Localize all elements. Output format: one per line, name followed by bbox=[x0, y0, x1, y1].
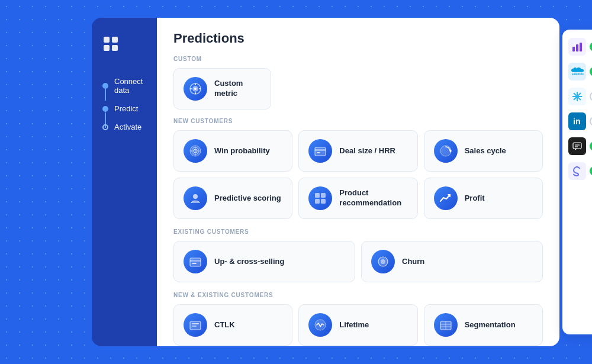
main-content: Predictions CUSTOM bbox=[157, 18, 559, 346]
card-profit[interactable]: Profit bbox=[424, 178, 543, 219]
card-deal-size[interactable]: Deal size / HRR bbox=[298, 130, 417, 172]
svg-rect-25 bbox=[321, 199, 326, 204]
card-lifetime[interactable]: Lifetime bbox=[298, 304, 417, 346]
toggle-stripe[interactable] bbox=[590, 166, 592, 176]
section-label-custom: CUSTOM bbox=[173, 56, 543, 62]
svg-rect-40 bbox=[580, 43, 582, 51]
svg-text:salesforce: salesforce bbox=[572, 72, 584, 76]
svg-point-6 bbox=[194, 88, 197, 90]
card-ctlk[interactable]: CTLK bbox=[173, 304, 292, 346]
integration-row-linkedin: in bbox=[568, 112, 592, 130]
icon-product-recommendation bbox=[308, 186, 332, 210]
card-segmentation[interactable]: Segmentation bbox=[424, 304, 543, 346]
label-win-probability: Win probability bbox=[214, 146, 270, 156]
step-dot-predict bbox=[102, 106, 108, 112]
label-deal-size: Deal size / HRR bbox=[339, 146, 395, 156]
step-label-connect: Connect data bbox=[114, 77, 146, 95]
toggle-intercom[interactable] bbox=[590, 141, 592, 151]
sidebar: Connect data Predict Activate bbox=[92, 18, 157, 346]
icon-lifetime bbox=[308, 313, 332, 337]
logo bbox=[102, 36, 146, 54]
svg-rect-27 bbox=[190, 260, 201, 262]
svg-rect-3 bbox=[112, 45, 118, 51]
integration-logo-stripe bbox=[568, 162, 586, 180]
svg-rect-48 bbox=[573, 143, 581, 149]
svg-rect-26 bbox=[190, 258, 201, 266]
svg-rect-2 bbox=[104, 45, 110, 51]
svg-rect-24 bbox=[315, 199, 320, 204]
label-lifetime: Lifetime bbox=[339, 320, 369, 330]
integration-logo-snowflake bbox=[568, 88, 586, 105]
card-predictive-scoring[interactable]: Predictive scoring bbox=[173, 178, 292, 219]
svg-rect-1 bbox=[112, 37, 118, 43]
new-existing-cards: CTLK Lifetime bbox=[173, 304, 543, 346]
svg-rect-38 bbox=[572, 47, 575, 51]
icon-profit bbox=[434, 186, 458, 210]
new-customers-row2: Predictive scoring Product recommendatio… bbox=[173, 178, 543, 219]
integration-logo-intercom bbox=[568, 137, 586, 155]
icon-segmentation bbox=[434, 313, 458, 337]
svg-rect-32 bbox=[192, 326, 197, 327]
card-churn[interactable]: Churn bbox=[361, 241, 543, 282]
integration-logo-salesforce: salesforce bbox=[568, 63, 586, 80]
section-label-new-customers: NEW CUSTOMERS bbox=[173, 118, 543, 124]
svg-rect-23 bbox=[321, 193, 326, 198]
svg-point-29 bbox=[381, 259, 385, 264]
label-custom-metric: Custom metric bbox=[214, 79, 261, 99]
label-churn: Churn bbox=[402, 257, 424, 267]
step-predict[interactable]: Predict bbox=[102, 99, 146, 118]
svg-rect-0 bbox=[104, 37, 110, 43]
svg-rect-22 bbox=[315, 193, 320, 198]
toggle-linkedin[interactable] bbox=[590, 117, 592, 126]
icon-deal-size bbox=[308, 139, 332, 163]
svg-point-21 bbox=[193, 194, 198, 199]
card-win-probability[interactable]: Win probability bbox=[173, 130, 292, 172]
icon-predictive-scoring bbox=[184, 186, 207, 210]
integration-row-barchart bbox=[568, 38, 592, 56]
svg-point-46 bbox=[576, 95, 578, 98]
icon-custom-metric bbox=[184, 77, 207, 101]
step-dot-connect bbox=[102, 83, 108, 89]
label-ctlk: CTLK bbox=[214, 320, 235, 330]
svg-rect-39 bbox=[576, 44, 578, 51]
icon-cross-selling bbox=[184, 250, 207, 273]
label-predictive-scoring: Predictive scoring bbox=[214, 194, 281, 204]
label-sales-cycle: Sales cycle bbox=[465, 146, 506, 156]
integrations-panel: salesforce bbox=[562, 30, 592, 334]
toggle-snowflake[interactable] bbox=[590, 92, 592, 101]
integration-row-snowflake bbox=[568, 88, 592, 105]
toggle-salesforce[interactable] bbox=[590, 67, 592, 76]
step-label-activate: Activate bbox=[114, 123, 141, 131]
label-profit: Profit bbox=[465, 194, 485, 204]
integration-row-stripe bbox=[568, 162, 592, 180]
toggle-barchart[interactable] bbox=[590, 42, 592, 51]
label-segmentation: Segmentation bbox=[465, 320, 516, 330]
label-cross-selling: Up- & cross-selling bbox=[214, 257, 284, 267]
card-custom-metric[interactable]: Custom metric bbox=[173, 68, 271, 109]
integration-row-salesforce: salesforce bbox=[568, 63, 592, 80]
step-dot-activate bbox=[102, 124, 108, 130]
icon-ctlk bbox=[184, 313, 207, 337]
card-sales-cycle[interactable]: Sales cycle bbox=[424, 130, 543, 172]
page-title: Predictions bbox=[173, 31, 543, 46]
icon-churn bbox=[371, 250, 395, 273]
card-product-recommendation[interactable]: Product recommendation bbox=[298, 178, 417, 219]
integration-row-intercom bbox=[568, 137, 592, 155]
svg-rect-31 bbox=[192, 323, 199, 324]
svg-rect-16 bbox=[315, 147, 326, 156]
svg-text:in: in bbox=[573, 117, 580, 126]
step-connect-data[interactable]: Connect data bbox=[102, 72, 146, 99]
section-label-existing: EXISTING CUSTOMERS bbox=[173, 228, 543, 235]
icon-sales-cycle bbox=[434, 139, 458, 163]
icon-win-probability bbox=[184, 139, 207, 163]
label-product-recommendation: Product recommendation bbox=[339, 188, 407, 208]
integration-logo-linkedin: in bbox=[568, 112, 586, 130]
existing-customers-cards: Up- & cross-selling Churn bbox=[173, 241, 543, 282]
new-customers-row1: Win probability Deal size / HRR bbox=[173, 130, 543, 172]
steps-nav: Connect data Predict Activate bbox=[102, 72, 146, 136]
integration-logo-barchart bbox=[568, 38, 586, 56]
card-cross-selling[interactable]: Up- & cross-selling bbox=[173, 241, 355, 282]
section-label-new-existing: NEW & EXISTING CUSTOMERS bbox=[173, 292, 543, 298]
custom-section-cards: Custom metric bbox=[173, 68, 543, 109]
step-activate[interactable]: Activate bbox=[102, 118, 146, 136]
